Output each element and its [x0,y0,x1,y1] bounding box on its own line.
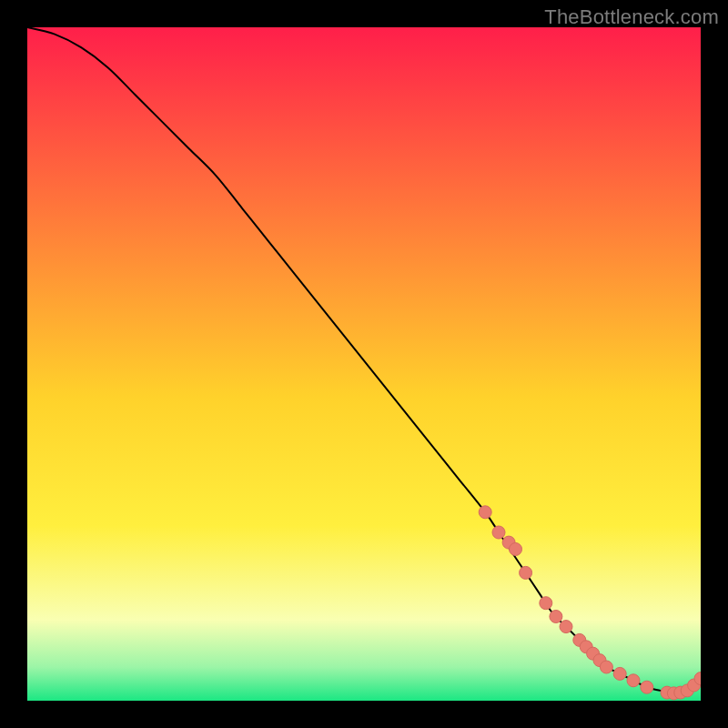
curve-marker [520,566,532,579]
plot-area [27,27,701,701]
curve-marker [550,611,562,623]
curve-marker [479,506,491,519]
curve-marker [600,661,612,673]
curve-marker [641,681,653,693]
watermark-text: TheBottleneck.com [544,5,719,29]
curve-marker [613,667,626,680]
curve-marker [492,526,505,539]
curve-marker [627,674,640,687]
chart-stage: TheBottleneck.com [0,0,728,728]
gradient-background [27,27,701,701]
curve-marker [540,597,552,610]
curve-marker [510,543,522,556]
curve-marker [560,621,572,633]
chart-svg [27,27,701,701]
